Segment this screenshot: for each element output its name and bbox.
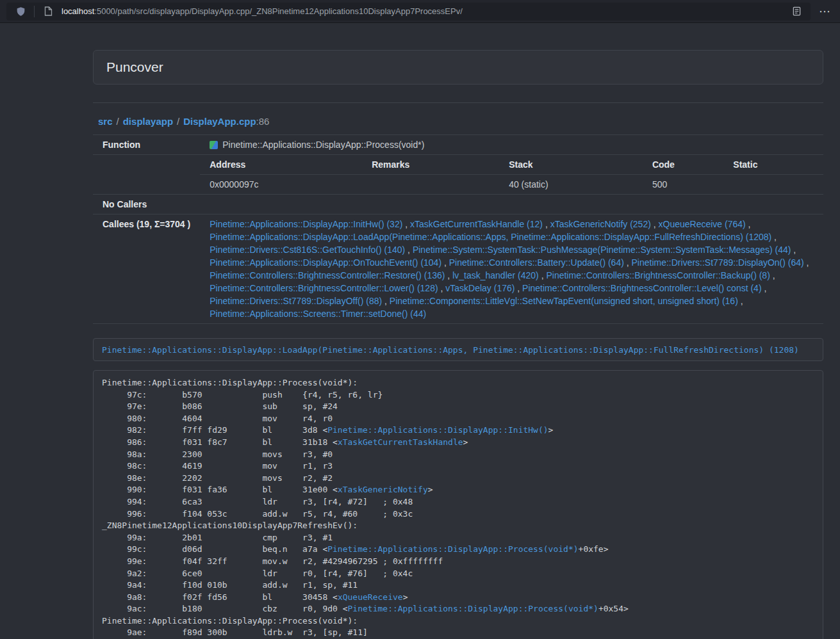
callees-label: Callees (19, Σ=3704 )	[93, 214, 200, 324]
callee-link[interactable]: Pinetime::Applications::DisplayApp::OnTo…	[210, 257, 441, 268]
url-host: localhost	[62, 6, 94, 16]
function-row-label: Function	[93, 135, 200, 155]
more-menu-icon[interactable]: ⋯	[816, 6, 834, 17]
callee-link[interactable]: Pinetime::Controllers::BrightnessControl…	[546, 270, 770, 280]
code-symbol-link[interactable]: xTaskGetCurrentTaskHandle	[338, 437, 463, 447]
callee-link[interactable]: Pinetime::Controllers::BrightnessControl…	[210, 270, 445, 280]
toolbar-divider	[34, 6, 35, 17]
code-symbol-link[interactable]: xQueueReceive	[338, 592, 403, 602]
column-stack: Stack	[499, 155, 643, 175]
callee-link[interactable]: Pinetime::Drivers::Cst816S::GetTouchInfo…	[210, 245, 405, 255]
cell-code: 500	[643, 175, 723, 195]
breadcrumb-separator: /	[177, 116, 179, 127]
highlighted-symbol-link[interactable]: Pinetime::Applications::DisplayApp::Load…	[102, 345, 799, 355]
details-cell: Address Remarks Stack Code Static 0x0000…	[200, 155, 823, 195]
callee-link[interactable]: Pinetime::Controllers::Battery::Update()…	[449, 257, 624, 268]
callee-link[interactable]: Pinetime::Components::LittleVgl::SetNewT…	[390, 296, 738, 306]
code-symbol-link[interactable]: Pinetime::Applications::DisplayApp::Init…	[327, 425, 548, 435]
breadcrumb: src/displayapp/DisplayApp.cpp:86	[93, 116, 823, 127]
code-symbol-link[interactable]: Pinetime::Applications::DisplayApp::Proc…	[327, 544, 578, 554]
no-callers-row: No Callers	[93, 195, 823, 214]
function-row: Function Pinetime::Applications::Display…	[93, 135, 823, 155]
browser-toolbar: localhost:5000/path/src/displayapp/Displ…	[0, 0, 840, 23]
code-symbol-link[interactable]: Pinetime::Applications::DisplayApp::Proc…	[348, 604, 598, 613]
callee-link[interactable]: Pinetime::Applications::DisplayApp::Load…	[210, 232, 771, 242]
page-icon	[40, 4, 56, 19]
callee-link[interactable]: Pinetime::Controllers::BrightnessControl…	[210, 283, 438, 293]
column-remarks: Remarks	[362, 155, 499, 175]
address-table-row: 0x0000097c 40 (static) 500	[200, 175, 823, 195]
function-symbol-cell: Pinetime::Applications::DisplayApp::Proc…	[200, 135, 823, 155]
callee-link[interactable]: Pinetime::Drivers::St7789::DisplayOff() …	[210, 296, 382, 306]
callee-link[interactable]: Pinetime::Controllers::BrightnessControl…	[522, 283, 761, 293]
breadcrumb-link-src[interactable]: src	[98, 116, 113, 127]
highlight-box: Pinetime::Applications::DisplayApp::Load…	[93, 338, 823, 361]
address-bar[interactable]: localhost:5000/path/src/displayapp/Displ…	[6, 3, 811, 20]
breadcrumb-line-number: :86	[256, 116, 270, 127]
callee-link[interactable]: vTaskDelay (176)	[445, 283, 515, 293]
cell-static	[723, 175, 823, 195]
page-title: Puncover	[106, 60, 810, 75]
breadcrumb-link-displayapp[interactable]: displayapp	[123, 116, 173, 127]
column-code: Code	[643, 155, 723, 175]
header-divider	[93, 102, 823, 103]
cell-remarks	[362, 175, 499, 195]
main-content: Puncover src/displayapp/DisplayApp.cpp:8…	[93, 50, 823, 639]
cell-stack: 40 (static)	[499, 175, 643, 195]
shield-icon[interactable]	[13, 4, 28, 19]
callee-link[interactable]: Pinetime::Applications::Screens::Timer::…	[210, 309, 426, 319]
address-table: Address Remarks Stack Code Static 0x0000…	[200, 155, 823, 194]
callee-link[interactable]: Pinetime::System::SystemTask::PushMessag…	[413, 245, 791, 255]
callees-row: Callees (19, Σ=3704 ) Pinetime::Applicat…	[93, 214, 823, 324]
details-row-label	[93, 155, 200, 195]
callee-link[interactable]: Pinetime::Drivers::St7789::DisplayOn() (…	[632, 257, 804, 268]
no-callers-label: No Callers	[93, 195, 200, 214]
function-table: Function Pinetime::Applications::Display…	[93, 134, 823, 324]
details-row: Address Remarks Stack Code Static 0x0000…	[93, 155, 823, 195]
disassembly-pre: Pinetime::Applications::DisplayApp::Proc…	[93, 370, 823, 639]
cell-address: 0x0000097c	[200, 175, 362, 195]
app-header: Puncover	[93, 50, 823, 85]
symbol-type-icon	[210, 141, 218, 149]
url-path: :5000/path/src/displayapp/DisplayApp.cpp…	[94, 6, 463, 16]
code-symbol-link[interactable]: xTaskGenericNotify	[338, 485, 428, 494]
breadcrumb-separator: /	[117, 116, 119, 127]
breadcrumb-link-file[interactable]: DisplayApp.cpp	[183, 116, 256, 127]
column-static: Static	[723, 155, 823, 175]
callee-link[interactable]: lv_task_handler (420)	[452, 270, 539, 280]
callees-cell: Pinetime::Applications::DisplayApp::Init…	[200, 214, 823, 324]
callee-link[interactable]: xQueueReceive (764)	[659, 219, 746, 229]
callee-link[interactable]: Pinetime::Applications::DisplayApp::Init…	[210, 219, 402, 229]
reader-view-icon[interactable]	[789, 4, 804, 19]
no-callers-cell	[200, 195, 823, 214]
url-text[interactable]: localhost:5000/path/src/displayapp/Displ…	[62, 6, 783, 16]
callee-link[interactable]: xTaskGenericNotify (252)	[550, 219, 651, 229]
function-symbol: Pinetime::Applications::DisplayApp::Proc…	[222, 140, 424, 150]
column-address: Address	[200, 155, 362, 175]
address-table-header: Address Remarks Stack Code Static	[200, 155, 823, 175]
callee-link[interactable]: xTaskGetCurrentTaskHandle (12)	[410, 219, 543, 229]
